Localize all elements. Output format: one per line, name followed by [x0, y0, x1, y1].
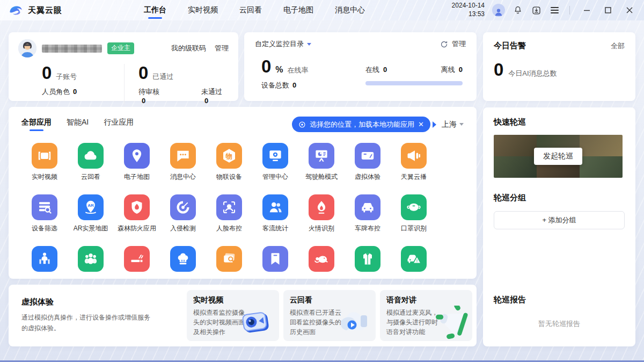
datetime: 2024-10-14 13:53 [452, 2, 485, 18]
nav-tab-0[interactable]: 工作台 [143, 1, 167, 20]
app-tile-car[interactable]: 车牌布控 [345, 194, 391, 232]
app-label: 实时视频 [32, 173, 57, 180]
monitor-directory-dropdown[interactable]: 自定义监控目录 [255, 39, 311, 49]
apps-tab-2[interactable]: 行业应用 [104, 118, 134, 131]
app-label: AR实景地图 [74, 225, 108, 232]
app-tile-cloud[interactable]: 云回看 [68, 143, 114, 180]
brand: 天翼云眼 [9, 4, 62, 16]
app-tile-pin[interactable]: 电子地图 [114, 143, 160, 180]
cascade-code-link[interactable]: 我的级联码 [171, 44, 206, 53]
camera3d-illustration [239, 306, 277, 339]
app-tile-mouse[interactable] [298, 246, 345, 279]
app-tile-ar[interactable]: ARAR实景地图 [68, 194, 114, 232]
monitor-manage-link[interactable]: 管理 [452, 39, 466, 49]
app-tile-vr[interactable]: 虚拟体验 [345, 143, 391, 180]
sub-account-label: 子账号 [56, 72, 77, 82]
location-pin-icon [298, 121, 306, 128]
virtual-experience-title: 虚拟体验 [21, 297, 178, 307]
monitor-icon [262, 143, 288, 169]
main-nav: 工作台实时视频云回看电子地图消息中心 [143, 1, 366, 20]
app-tile-radar[interactable]: 入侵检测 [160, 194, 206, 232]
close-icon[interactable] [623, 4, 636, 16]
account-card: 企业主 我的级联码 管理 0 子账号 人员角色0 [9, 32, 238, 101]
monitor-directory-card: 自定义监控目录 管理 0 % 在线 [244, 32, 477, 101]
feature-card-2[interactable]: 语音对讲模拟通过麦克风，与摄像头进行即时语音对讲功能 [380, 290, 472, 341]
app-tile-video[interactable]: 实时视频 [21, 143, 68, 180]
app-tile-photo[interactable] [206, 246, 252, 279]
app-tile-broadcast[interactable]: 天翼云播 [391, 143, 437, 180]
broadcast-icon [401, 143, 427, 169]
app-label: 车牌布控 [355, 225, 380, 232]
app-tile-people[interactable]: 客流统计 [252, 194, 298, 232]
maximize-icon[interactable] [601, 4, 615, 16]
app-tile-bookmark[interactable] [252, 246, 298, 279]
rejected-stat: 未通过0 [201, 87, 229, 105]
scooter-icon [32, 246, 57, 272]
group-icon [78, 246, 104, 272]
app-label: 森林防火应用 [118, 225, 156, 232]
nav-tab-3[interactable]: 电子地图 [282, 1, 314, 20]
feature-card-0[interactable]: 实时视频模拟查看监控摄像头的实时视频画面及相关操作 [187, 290, 279, 341]
app-tile-monitor[interactable]: 管理中心 [252, 143, 298, 180]
app-label: 虚拟体验 [355, 173, 380, 180]
feature-title: 云回看 [290, 295, 369, 305]
location-tooltip[interactable]: 选择您的位置，加载本地功能应用 ✕ [292, 117, 430, 132]
nav-tab-2[interactable]: 云回看 [238, 1, 263, 20]
online-rate-unit: % [275, 65, 283, 75]
app-label: 管理中心 [262, 173, 288, 180]
brand-name: 天翼云眼 [28, 5, 62, 16]
alarm-all-link[interactable]: 全部 [611, 41, 625, 51]
app-tile-filter[interactable]: 设备筛选 [21, 194, 68, 232]
alarm-label: 今日AI消息总数 [508, 69, 557, 78]
pin-icon [124, 143, 150, 169]
app-tile-uniform[interactable] [345, 246, 391, 279]
feature-card-1[interactable]: 云回看模拟查看已开通云回看监控摄像头的历史画面 [283, 290, 376, 341]
ar-icon: AR [78, 194, 104, 220]
app-tile-flame[interactable]: 火情识别 [298, 194, 345, 232]
app-tile-cigarette[interactable] [114, 246, 160, 279]
app-tile-chat[interactable]: 消息中心 [160, 143, 206, 180]
bookmark-icon [262, 246, 288, 272]
tooltip-close-icon[interactable]: ✕ [418, 120, 424, 128]
camera-snapshot-5 [580, 156, 623, 178]
menu-icon[interactable] [549, 5, 560, 16]
app-tile-group[interactable] [68, 246, 114, 279]
start-patrol-button[interactable]: 发起轮巡 [534, 148, 582, 165]
nav-tab-4[interactable]: 消息中心 [334, 1, 366, 20]
filter-icon [32, 194, 57, 220]
app-tile-face[interactable]: 人脸布控 [206, 194, 252, 232]
add-group-button[interactable]: + 添加分组 [494, 211, 625, 229]
radar-icon [170, 194, 196, 220]
video-icon [32, 143, 57, 169]
nav-tab-1[interactable]: 实时视频 [187, 1, 219, 20]
topbar: 天翼云眼 工作台实时视频云回看电子地图消息中心 2024-10-14 13:53 [0, 0, 644, 20]
app-tile-mask[interactable]: 口罩识别 [391, 194, 437, 232]
cigarette-icon [124, 246, 150, 272]
bell-icon[interactable] [513, 5, 523, 16]
app-tile-dashboard[interactable]: 驾驶舱模式 [298, 143, 345, 180]
people-icon [262, 194, 288, 220]
app-tile-scooter[interactable] [21, 246, 68, 279]
app-tile-caralert[interactable]: ! [391, 246, 437, 279]
app-label: 人脸布控 [216, 225, 242, 232]
role-stat: 人员角色0 [42, 87, 124, 97]
svg-text:物: 物 [225, 153, 233, 160]
apps-tab-0[interactable]: 全部应用 [21, 118, 52, 131]
logo-swoosh-icon [9, 4, 23, 16]
account-manage-link[interactable]: 管理 [215, 44, 229, 53]
sub-account-count: 0 [42, 64, 52, 82]
app-tile-chef[interactable] [160, 246, 206, 279]
city-selector[interactable]: 上海 [442, 120, 464, 129]
apps-card: 全部应用智能AI行业应用 选择您的位置，加载本地功能应用 ✕ 上海 [9, 107, 477, 279]
app-tile-shieldflame[interactable]: 森林防火应用 [114, 194, 160, 232]
minimize-icon[interactable] [580, 4, 594, 16]
patrol-preview-collage: 发起轮巡 [494, 135, 623, 178]
download-icon[interactable] [531, 5, 541, 16]
refresh-icon[interactable] [440, 40, 448, 48]
online-rate-value: 0 [261, 57, 271, 75]
app-tile-iot[interactable]: 物物联设备 [206, 143, 252, 180]
offline-stat: 离线0 [441, 65, 463, 75]
tooltip-arrow [433, 121, 436, 128]
user-avatar-icon[interactable] [492, 4, 505, 17]
apps-tab-1[interactable]: 智能AI [67, 118, 89, 131]
